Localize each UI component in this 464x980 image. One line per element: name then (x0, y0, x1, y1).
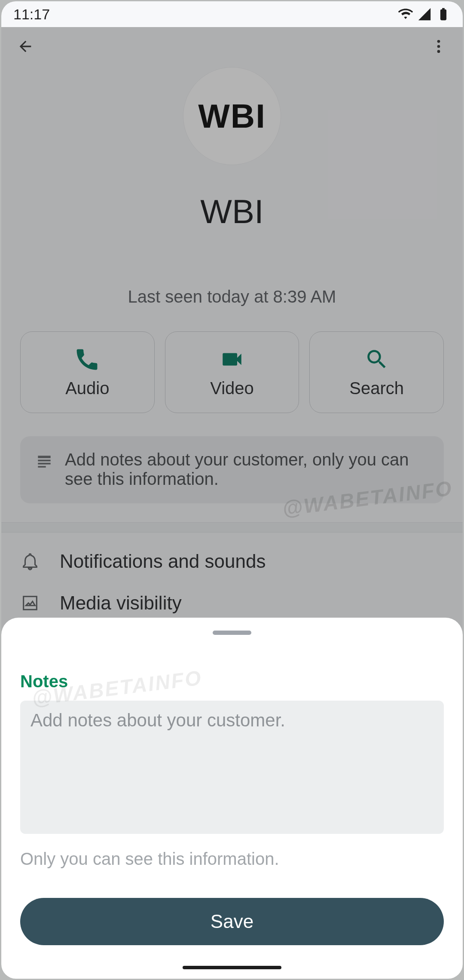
battery-icon (436, 7, 451, 21)
notes-icon (35, 453, 54, 472)
overflow-button[interactable] (425, 33, 452, 60)
avatar-text: WBI (198, 97, 266, 136)
nav-gesture-bar[interactable] (183, 966, 281, 969)
svg-point-2 (437, 50, 440, 53)
action-row: Audio Video Search (1, 331, 463, 413)
sheet-hint: Only you can see this information. (20, 849, 444, 869)
notifications-label: Notifications and sounds (60, 551, 266, 572)
media-visibility-row[interactable]: Media visibility (1, 590, 463, 621)
status-time: 11:17 (13, 6, 50, 23)
video-call-button[interactable]: Video (165, 331, 299, 413)
audio-label: Audio (65, 379, 109, 398)
video-label: Video (210, 379, 254, 398)
bell-icon (20, 551, 40, 571)
arrow-left-icon (17, 38, 34, 55)
content: WBI WBI Last seen today at 8:39 AM Audio… (1, 27, 463, 979)
notes-banner-text: Add notes about your customer, only you … (65, 450, 429, 489)
search-icon (364, 347, 389, 372)
profile-header: WBI WBI Last seen today at 8:39 AM (1, 66, 463, 306)
sheet-title: Notes (20, 672, 444, 691)
notes-banner[interactable]: Add notes about your customer, only you … (20, 436, 444, 503)
video-icon (220, 347, 244, 372)
sheet-grab-handle[interactable] (213, 631, 251, 635)
search-button[interactable]: Search (309, 331, 444, 413)
audio-call-button[interactable]: Audio (20, 331, 155, 413)
phone-icon (75, 347, 100, 372)
svg-point-0 (437, 40, 440, 43)
notes-bottom-sheet: @WABETAINFO Notes Only you can see this … (1, 618, 463, 979)
more-vert-icon (430, 38, 447, 55)
svg-point-1 (437, 45, 440, 48)
last-seen: Last seen today at 8:39 AM (128, 287, 336, 306)
wifi-icon (398, 7, 413, 21)
top-bar (1, 27, 463, 66)
contact-name: WBI (200, 192, 263, 231)
signal-icon (417, 7, 432, 21)
status-icons (398, 7, 451, 21)
back-button[interactable] (12, 33, 39, 60)
status-bar: 11:17 (1, 1, 463, 27)
notifications-row[interactable]: Notifications and sounds (1, 533, 463, 590)
avatar[interactable]: WBI (183, 67, 281, 165)
notes-input[interactable] (20, 701, 444, 834)
media-visibility-label: Media visibility (60, 592, 182, 614)
save-button[interactable]: Save (20, 898, 444, 945)
section-divider (1, 522, 463, 533)
image-icon (20, 593, 40, 613)
screen: 11:17 WBI WBI Last seen today at 8:39 AM (1, 1, 463, 979)
search-label: Search (349, 379, 404, 398)
